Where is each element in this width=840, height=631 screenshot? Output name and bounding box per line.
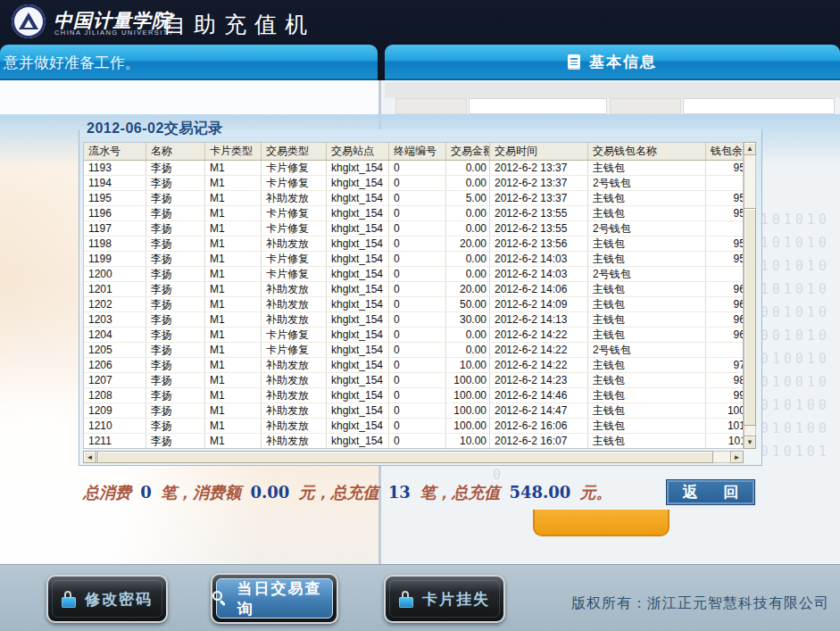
table-cell: 0: [389, 297, 446, 311]
vertical-scrollbar-thumb[interactable]: [744, 208, 756, 426]
table-cell: 20.00: [446, 237, 490, 251]
table-cell: 李扬: [146, 312, 205, 327]
table-cell: 补助发放: [262, 312, 327, 327]
table-cell: 100.00: [446, 373, 490, 387]
scroll-right-icon[interactable]: [730, 451, 744, 463]
table-cell: M1: [205, 221, 262, 236]
change-password-label: 修改密码: [85, 589, 153, 610]
column-header[interactable]: 卡片类型: [205, 143, 262, 160]
table-cell: khglxt_154: [327, 221, 389, 236]
info-field-label-1: [395, 98, 467, 114]
table-cell: 0.00: [446, 267, 490, 281]
table-cell: 补助发放: [262, 419, 327, 433]
table-cell: 0: [389, 434, 446, 448]
table-cell: 李扬: [146, 252, 205, 266]
table-cell: 2012-6-2 14:23: [490, 373, 588, 387]
table-row[interactable]: 1193李扬M1卡片修复khglxt_15400.002012-6-2 13:3…: [84, 161, 744, 176]
transaction-table[interactable]: 流水号名称卡片类型交易类型交易站点终端编号交易金额交易时间交易钱包名称钱包余额 …: [83, 142, 744, 449]
table-cell: 9690.00: [706, 328, 744, 342]
table-cell: 1210: [84, 419, 146, 433]
table-cell: M1: [205, 328, 262, 342]
table-header-row: 流水号名称卡片类型交易类型交易站点终端编号交易金额交易时间交易钱包名称钱包余额: [84, 143, 744, 161]
summary-label: 笔，总充值: [420, 483, 500, 502]
table-row[interactable]: 1197李扬M1卡片修复khglxt_15400.002012-6-2 13:5…: [84, 221, 744, 237]
table-row[interactable]: 1194李扬M1卡片修复khglxt_15400.002012-6-2 13:3…: [84, 176, 744, 191]
left-white-strip: [0, 80, 378, 114]
table-cell: 主钱包: [588, 403, 706, 418]
change-password-button[interactable]: 修改密码: [46, 575, 168, 623]
table-cell: 0: [389, 419, 446, 433]
column-header[interactable]: 终端编号: [389, 143, 446, 160]
table-cell: 9590.00: [706, 252, 744, 266]
table-cell: 0: [389, 388, 446, 403]
table-cell: 主钱包: [588, 206, 706, 220]
table-cell: 主钱包: [588, 434, 706, 448]
report-card-loss-button[interactable]: 卡片挂失: [384, 575, 505, 623]
table-cell: 9700.00: [706, 358, 744, 372]
lock-icon: [399, 591, 413, 608]
table-cell: 李扬: [146, 434, 205, 448]
scroll-down-icon[interactable]: [744, 436, 756, 449]
info-field-input-2[interactable]: [683, 98, 835, 114]
back-button[interactable]: 返 回: [666, 479, 755, 505]
table-cell: khglxt_154: [327, 206, 389, 220]
table-row[interactable]: 1199李扬M1卡片修复khglxt_15400.002012-6-2 14:0…: [84, 252, 744, 267]
table-cell: 0: [389, 206, 446, 220]
table-row[interactable]: 1201李扬M1补助发放khglxt_154020.002012-6-2 14:…: [84, 282, 744, 297]
table-row[interactable]: 1205李扬M1卡片修复khglxt_15400.002012-6-2 14:2…: [84, 343, 744, 358]
info-field-input-1[interactable]: [469, 98, 607, 114]
basic-info-title: 基本信息: [589, 52, 657, 72]
table-cell: 李扬: [146, 419, 205, 433]
scroll-up-icon[interactable]: [744, 142, 756, 155]
column-header[interactable]: 交易站点: [327, 143, 389, 160]
table-cell: 李扬: [146, 282, 205, 296]
table-row[interactable]: 1210李扬M1补助发放khglxt_1540100.002012-6-2 16…: [84, 419, 744, 434]
table-row[interactable]: 1208李扬M1补助发放khglxt_1540100.002012-6-2 14…: [84, 388, 744, 403]
horizontal-scrollbar-thumb[interactable]: [97, 451, 713, 463]
today-transactions-button[interactable]: 当日交易查询: [211, 573, 338, 624]
column-header[interactable]: 名称: [146, 143, 205, 160]
table-cell: khglxt_154: [327, 343, 389, 357]
table-cell: 0: [389, 403, 446, 418]
table-row[interactable]: 1207李扬M1补助发放khglxt_1540100.002012-6-2 14…: [84, 373, 744, 388]
table-cell: khglxt_154: [327, 419, 389, 433]
table-cell: 1195: [84, 191, 146, 205]
table-row[interactable]: 1206李扬M1补助发放khglxt_154010.002012-6-2 14:…: [84, 358, 744, 373]
column-header[interactable]: 流水号: [84, 143, 146, 160]
table-cell: 9610.00: [706, 282, 744, 296]
basic-info-header-bar: 基本信息: [385, 45, 840, 80]
table-cell: 2012-6-2 13:56: [490, 237, 588, 251]
confirm-button-partial[interactable]: [533, 510, 670, 536]
table-cell: 1208: [84, 388, 146, 403]
table-cell: 2012-6-2 14:03: [490, 267, 588, 281]
table-cell: 1200: [84, 267, 146, 281]
table-cell: 李扬: [146, 206, 205, 220]
table-row[interactable]: 1203李扬M1补助发放khglxt_154030.002012-6-2 14:…: [84, 312, 744, 328]
summary-label: 元。: [580, 483, 612, 502]
search-icon: [212, 591, 229, 607]
table-row[interactable]: 1209李扬M1补助发放khglxt_1540100.002012-6-2 14…: [84, 403, 744, 419]
table-cell: 5.00: [446, 191, 490, 205]
table-cell: 2012-6-2 13:37: [490, 176, 588, 190]
table-cell: 李扬: [146, 176, 205, 190]
table-row[interactable]: 1211李扬M1补助发放khglxt_154010.002012-6-2 16:…: [84, 434, 744, 449]
table-cell: khglxt_154: [327, 312, 389, 327]
table-row[interactable]: 1198李扬M1补助发放khglxt_154020.002012-6-2 13:…: [84, 237, 744, 252]
table-cell: 0.00: [446, 206, 490, 220]
table-cell: 20.00: [446, 282, 490, 296]
table-cell: 0: [389, 328, 446, 342]
column-header[interactable]: 交易时间: [490, 143, 588, 160]
scroll-left-icon[interactable]: [83, 451, 96, 463]
column-header[interactable]: 交易金额: [446, 143, 490, 160]
table-row[interactable]: 1195李扬M1补助发放khglxt_15405.002012-6-2 13:3…: [84, 191, 744, 206]
table-cell: 补助发放: [262, 373, 327, 387]
table-row[interactable]: 1196李扬M1卡片修复khglxt_15400.002012-6-2 13:5…: [84, 206, 744, 221]
table-cell: 0: [389, 358, 446, 372]
column-header[interactable]: 交易钱包名称: [588, 143, 706, 160]
table-row[interactable]: 1204李扬M1卡片修复khglxt_15400.002012-6-2 14:2…: [84, 328, 744, 343]
table-row[interactable]: 1202李扬M1补助发放khglxt_154050.002012-6-2 14:…: [84, 297, 744, 312]
table-row[interactable]: 1200李扬M1卡片修复khglxt_15400.002012-6-2 14:0…: [84, 267, 744, 282]
column-header[interactable]: 交易类型: [262, 143, 327, 160]
column-header[interactable]: 钱包余额: [706, 143, 744, 160]
table-cell: 10.00: [446, 358, 490, 372]
